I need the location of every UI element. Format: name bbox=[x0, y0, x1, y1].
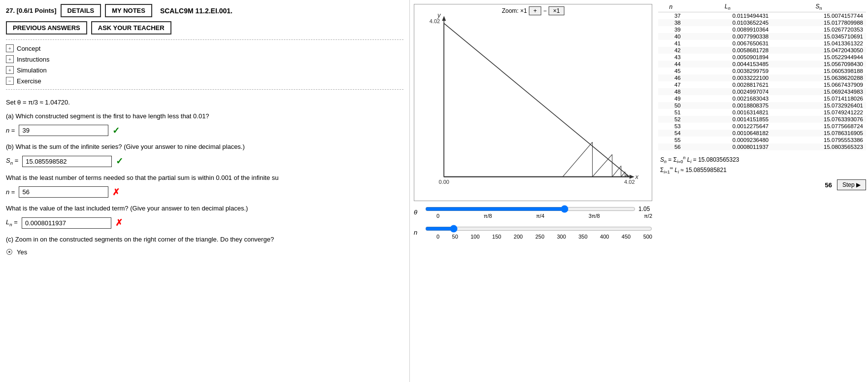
my-notes-button[interactable]: MY NOTES bbox=[105, 4, 152, 17]
svg-marker-3 bbox=[630, 175, 634, 179]
part-d-cross-icon: ✗ bbox=[115, 217, 123, 228]
part-a-text: (a) Which constructed segment is the fir… bbox=[6, 111, 403, 121]
graph-container: Zoom: ×1 + − ×1 y x bbox=[414, 4, 652, 201]
theta-value: 1.05 bbox=[638, 206, 652, 212]
part-d-input[interactable]: 0.0008011937 bbox=[22, 217, 111, 229]
table-row: 370.011949443115.0074157744 bbox=[658, 12, 866, 20]
part-e-answer-row: ⦿ Yes bbox=[6, 248, 403, 256]
section-simulation[interactable]: + Simulation bbox=[6, 65, 403, 75]
svg-text:0.00: 0.00 bbox=[439, 179, 449, 185]
col-n-header: n bbox=[658, 2, 684, 12]
table-row: 490.002168304315.0714118026 bbox=[658, 95, 866, 102]
section-instructions[interactable]: + Instructions bbox=[6, 54, 403, 65]
ask-teacher-button[interactable]: ASK YOUR TEACHER bbox=[91, 21, 171, 35]
exercise-label: Exercise bbox=[17, 77, 41, 85]
simulation-label: Simulation bbox=[17, 67, 47, 74]
part-a-check-icon: ✓ bbox=[112, 125, 120, 136]
part-b-check-icon: ✓ bbox=[116, 156, 123, 167]
graph-svg: y x 4.02 4.02 0.00 bbox=[414, 4, 652, 201]
theta-label: θ bbox=[414, 208, 421, 216]
table-row: 500.001880837515.0732926401 bbox=[658, 102, 866, 109]
table-row: 400.007799033815.0345710691 bbox=[658, 33, 866, 40]
n-tick-250: 250 bbox=[535, 234, 544, 240]
previous-answers-button[interactable]: PREVIOUS ANSWERS bbox=[6, 21, 87, 35]
divider-2 bbox=[6, 89, 403, 90]
table-row: 480.002499707415.0692434983 bbox=[658, 88, 866, 95]
table-row: 510.001631482115.0749241222 bbox=[658, 109, 866, 116]
table-section: n Ln Sn 370.011949443115.0074157744380.0… bbox=[656, 0, 868, 382]
theta-tick-0: 0 bbox=[436, 213, 439, 219]
question-body: Set θ = π/3 ≈ 1.04720. (a) Which constru… bbox=[6, 93, 403, 267]
zoom-x1-button[interactable]: ×1 bbox=[549, 6, 565, 15]
part-a-var-label: n = bbox=[6, 127, 15, 134]
part-a-input[interactable]: 39 bbox=[19, 125, 108, 136]
theta-slider[interactable] bbox=[425, 205, 635, 213]
table-row: 460.003322210015.0638620288 bbox=[658, 74, 866, 81]
part-c-answer-row: n = 56 ✗ bbox=[6, 186, 403, 198]
part-d-intro-text: What is the value of the last included t… bbox=[6, 204, 403, 213]
radio-yes-icon: ⦿ bbox=[6, 248, 13, 256]
exercise-toggle-icon: − bbox=[6, 77, 14, 85]
svg-text:x: x bbox=[635, 173, 639, 180]
n-tick-500: 500 bbox=[643, 234, 652, 240]
table-row: 550.000923648015.0795553386 bbox=[658, 137, 866, 143]
part-c-cross-icon: ✗ bbox=[112, 187, 120, 198]
bottom-controls: 56 Step ▶ bbox=[658, 179, 866, 190]
n-tick-150: 150 bbox=[492, 234, 501, 240]
summary-formula: Sn = Σi=0n Li = 15.0803565323 bbox=[660, 155, 864, 164]
table-row: 450.003829975915.0605398188 bbox=[658, 68, 866, 74]
divider-1 bbox=[6, 39, 403, 40]
n-ticks: 0 50 100 150 200 250 300 350 400 450 500 bbox=[425, 234, 652, 240]
part-e-text: (c) Zoom in on the constructed segments … bbox=[6, 235, 403, 244]
svg-text:4.02: 4.02 bbox=[430, 18, 440, 24]
table-row: 420.005868172815.0472043050 bbox=[658, 47, 866, 54]
simulation-toggle-icon: + bbox=[6, 66, 14, 74]
table-row: 440.004415348515.0567098430 bbox=[658, 61, 866, 68]
table-body: 370.011949443115.0074157744380.010365224… bbox=[658, 12, 866, 151]
svg-line-15 bbox=[621, 172, 625, 177]
section-concept[interactable]: + Concept bbox=[6, 43, 403, 54]
n-tick-300: 300 bbox=[557, 234, 566, 240]
points-label: 27. [0.6/1 Points] bbox=[6, 7, 57, 14]
part-c-intro-text: What is the least number of terms needed… bbox=[6, 173, 403, 183]
part-d-answer-row: Ln = 0.0008011937 ✗ bbox=[6, 217, 403, 229]
summary-value: 15.0803565323 bbox=[698, 156, 739, 163]
set-theta-text: Set θ = π/3 ≈ 1.04720. bbox=[6, 98, 403, 107]
n-tick-450: 450 bbox=[622, 234, 631, 240]
course-label: SCALC9M 11.2.EI.001. bbox=[160, 7, 233, 15]
part-d-var-label: Ln = bbox=[6, 218, 18, 227]
details-button[interactable]: DETAILS bbox=[61, 4, 101, 17]
part-e-yes-label: Yes bbox=[17, 248, 27, 256]
theta-tick-pi4: π/4 bbox=[536, 213, 544, 219]
header-row-1: 27. [0.6/1 Points] DETAILS MY NOTES SCAL… bbox=[6, 4, 403, 17]
data-table: n Ln Sn 370.011949443115.0074157744380.0… bbox=[658, 2, 866, 150]
part-c-var-label: n = bbox=[6, 188, 15, 196]
table-row: 520.001415185515.0763393076 bbox=[658, 116, 866, 123]
instructions-label: Instructions bbox=[17, 56, 49, 63]
theta-ticks: 0 π/8 π/4 3π/8 π/2 bbox=[425, 213, 652, 219]
summary-approx: Σi=1∞ Li ≈ 15.0855985821 bbox=[660, 166, 864, 174]
svg-line-13 bbox=[612, 166, 621, 177]
part-b-var-label: Sn = bbox=[6, 157, 18, 166]
theta-tick-pi2: π/2 bbox=[644, 213, 652, 219]
table-row: 540.001064818215.0786316905 bbox=[658, 130, 866, 137]
current-n-value: 56 bbox=[825, 181, 832, 189]
step-button[interactable]: Step ▶ bbox=[837, 179, 866, 190]
n-tick-400: 400 bbox=[600, 234, 609, 240]
zoom-plus-button[interactable]: + bbox=[529, 6, 541, 15]
part-c-input[interactable]: 56 bbox=[19, 186, 108, 198]
zoom-label: Zoom: ×1 bbox=[502, 7, 527, 14]
zoom-minus-label: − bbox=[543, 7, 547, 14]
part-b-input[interactable]: 15.085598582 bbox=[22, 156, 112, 167]
zoom-controls: Zoom: ×1 + − ×1 bbox=[502, 6, 565, 15]
n-slider[interactable] bbox=[425, 225, 652, 233]
header-row-2: PREVIOUS ANSWERS ASK YOUR TEACHER bbox=[6, 21, 403, 35]
concept-toggle-icon: + bbox=[6, 44, 14, 52]
svg-marker-1 bbox=[442, 16, 446, 21]
col-ln-header: Ln bbox=[684, 2, 771, 12]
table-row: 410.006765063115.0413361322 bbox=[658, 40, 866, 47]
section-exercise[interactable]: − Exercise bbox=[6, 75, 403, 86]
part-a-answer-row: n = 39 ✓ bbox=[6, 125, 403, 136]
n-tick-100: 100 bbox=[470, 234, 479, 240]
svg-text:4.02: 4.02 bbox=[624, 179, 634, 185]
